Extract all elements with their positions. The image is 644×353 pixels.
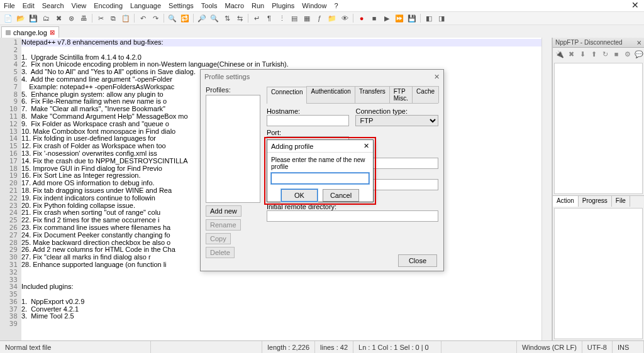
status-ovr[interactable]: INS [613, 341, 644, 353]
menu-window[interactable]: Window [302, 2, 326, 9]
indent-guide-icon[interactable]: ⋮ [276, 13, 287, 24]
ird-input[interactable] [267, 210, 438, 222]
profile-tab-transfers[interactable]: Transfers [355, 86, 390, 103]
zoom-in-icon[interactable]: 🔎 [196, 13, 208, 24]
copy-icon[interactable]: ⧉ [108, 13, 119, 24]
hidden-chars-icon[interactable]: ¶ [264, 13, 275, 24]
run-macro-mult-icon[interactable]: ⏩ [394, 13, 405, 24]
plugin1-icon[interactable]: ◧ [423, 13, 435, 24]
menu-settings[interactable]: Settings [169, 2, 194, 9]
zoom-out-icon[interactable]: 🔍 [209, 13, 220, 24]
monitor-icon[interactable]: 👁 [339, 13, 350, 24]
lang-icon[interactable]: ▤ [289, 13, 300, 24]
ftp-upload-icon[interactable]: ⬆ [589, 50, 598, 59]
status-length: length : 2,226 [262, 341, 315, 353]
cut-icon[interactable]: ✂ [95, 13, 106, 24]
adding-ok-button[interactable]: OK [281, 189, 318, 202]
tab-title: change.log [13, 29, 47, 36]
profile-dlg-close-icon[interactable]: ✕ [434, 73, 440, 81]
record-macro-icon[interactable]: ● [356, 13, 367, 24]
ftp-tab-file[interactable]: File [612, 196, 630, 207]
print-icon[interactable]: 🖶 [78, 13, 89, 24]
profile-tab-connection[interactable]: Connection [267, 87, 308, 104]
menu-macro[interactable]: Macro [225, 2, 244, 9]
port-label: Port: [267, 129, 281, 136]
ftp-abort-icon[interactable]: ■ [612, 50, 621, 59]
ftp-tree[interactable] [554, 63, 643, 194]
tab-status-icon [6, 30, 11, 35]
menu-file[interactable]: File [4, 2, 15, 9]
plugin2-icon[interactable]: ◨ [436, 13, 447, 24]
new-file-icon[interactable]: 📄 [3, 13, 14, 24]
editor-vscroll[interactable] [541, 38, 552, 340]
profile-tab-ftpmisc[interactable]: FTP Misc. [389, 86, 413, 103]
ftp-refresh-icon[interactable]: ↻ [601, 50, 609, 59]
sync-h-icon[interactable]: ⇆ [234, 13, 245, 24]
profiles-listbox[interactable] [206, 95, 260, 203]
menu-tools[interactable]: Tools [201, 2, 218, 9]
find-icon[interactable]: 🔍 [167, 13, 178, 24]
save-icon[interactable]: 💾 [28, 13, 39, 24]
ftp-download-icon[interactable]: ⬇ [578, 50, 587, 59]
menu-edit[interactable]: Edit [23, 2, 35, 9]
conntype-label: Connection type: [355, 107, 408, 115]
tabbar: change.log ⊠ [0, 25, 644, 38]
undo-icon[interactable]: ↶ [137, 13, 148, 24]
open-icon[interactable]: 📂 [15, 13, 26, 24]
close-icon[interactable]: ✖ [53, 13, 64, 24]
status-enc[interactable]: UTF-8 [582, 341, 613, 353]
adding-title: Adding profile [271, 143, 313, 150]
ftp-log[interactable] [554, 208, 643, 339]
profile-tab-cache[interactable]: Cache [412, 86, 439, 103]
status-lines: lines : 42 [315, 341, 353, 353]
save-all-icon[interactable]: 🗂 [40, 13, 52, 24]
profile-close-button[interactable]: Close [398, 254, 437, 267]
ftp-tab-action[interactable]: Action [553, 196, 579, 207]
folder-ws-icon[interactable]: 📁 [326, 13, 338, 24]
ftp-disconnect-icon[interactable]: ✖ [567, 50, 575, 59]
add-new-button[interactable]: Add new [206, 205, 242, 217]
menu-encoding[interactable]: Encoding [94, 2, 123, 9]
window-close-icon[interactable]: ✕ [631, 0, 639, 10]
line-number-gutter: 1234567891011121314151617181920212223242… [0, 38, 21, 340]
hostname-label: Hostname: [267, 107, 300, 115]
replace-icon[interactable]: 🔁 [179, 13, 191, 24]
profile-tab-auth[interactable]: Authentication [306, 86, 355, 103]
redo-icon[interactable]: ↷ [150, 13, 161, 24]
menu-plugins[interactable]: Plugins [272, 2, 294, 9]
doc-map-icon[interactable]: ▦ [301, 13, 313, 24]
menu-view[interactable]: View [72, 2, 87, 9]
nppftp-panel: NppFTP - Disconnected ⨯ 🔌 ✖ ⬇ ⬆ ↻ ■ ⚙ 💬 … [552, 38, 644, 340]
ftp-messages-icon[interactable]: 💬 [635, 50, 643, 59]
ftp-connect-icon[interactable]: 🔌 [555, 50, 564, 59]
play-macro-icon[interactable]: ▶ [381, 13, 392, 24]
editor-tab[interactable]: change.log ⊠ [1, 26, 59, 38]
menu-language[interactable]: Language [130, 2, 161, 9]
close-all-icon[interactable]: ⊗ [65, 13, 77, 24]
wrap-icon[interactable]: ↵ [251, 13, 262, 24]
conntype-select[interactable]: FTP [355, 115, 438, 126]
stop-macro-icon[interactable]: ■ [369, 13, 380, 24]
rename-button: Rename [206, 219, 241, 231]
menu-run[interactable]: Run [252, 2, 264, 9]
menu-help[interactable]: ? [334, 2, 338, 9]
status-mode: Normal text file [0, 341, 151, 353]
save-macro-icon[interactable]: 💾 [406, 13, 418, 24]
nppftp-title: NppFTP - Disconnected [555, 39, 623, 46]
nppftp-close-icon[interactable]: ⨯ [636, 39, 641, 46]
toolbar: 📄 📂 💾 🗂 ✖ ⊗ 🖶 ✂ ⧉ 📋 ↶ ↷ 🔍 🔁 🔎 🔍 ⇅ ⇆ ↵ ¶ … [0, 11, 644, 25]
ftp-tab-progress[interactable]: Progress [579, 196, 612, 207]
adding-cancel-button[interactable]: Cancel [323, 189, 359, 202]
func-list-icon[interactable]: ƒ [314, 13, 325, 24]
paste-icon[interactable]: 📋 [120, 13, 131, 24]
adding-close-icon[interactable]: ✕ [364, 142, 369, 150]
adding-name-input[interactable] [271, 173, 369, 184]
sync-v-icon[interactable]: ⇅ [221, 13, 233, 24]
statusbar: Normal text file length : 2,226 lines : … [0, 340, 644, 353]
menu-search[interactable]: Search [42, 2, 64, 9]
ftp-bottom-tabs: Action Progress File [553, 195, 644, 207]
tab-close-icon[interactable]: ⊠ [50, 29, 55, 36]
hostname-input[interactable] [267, 115, 350, 126]
status-eol[interactable]: Windows (CR LF) [517, 341, 582, 353]
ftp-settings-icon[interactable]: ⚙ [623, 50, 632, 59]
